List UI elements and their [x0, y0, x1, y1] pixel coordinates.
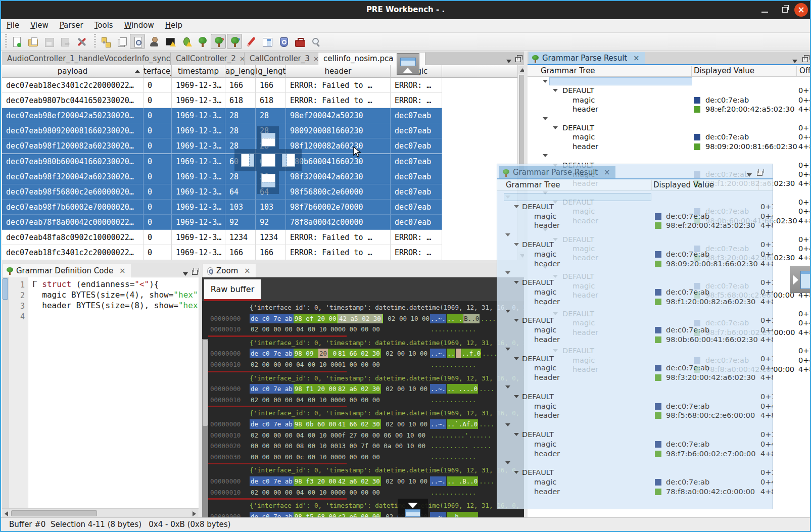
expand-arrow-icon[interactable] — [505, 461, 510, 464]
code-editor[interactable]: Γ struct (endianness="<"){ magic BYTES(s… — [28, 277, 199, 508]
expand-arrow-icon[interactable] — [505, 385, 510, 389]
expand-arrow-icon[interactable] — [553, 89, 558, 92]
close-tab-icon[interactable]: × — [119, 266, 126, 275]
tree-field-row[interactable]: magicde:c0:7e:ab0+4 — [497, 250, 773, 259]
tree-root-row[interactable] — [497, 458, 773, 468]
expand-arrow-icon[interactable] — [505, 423, 510, 426]
tab-list-dropdown[interactable] — [506, 56, 511, 65]
menu-tools[interactable]: Tools — [89, 19, 119, 31]
expand-arrow-icon[interactable] — [553, 126, 558, 129]
tree-node-row[interactable]: DEFAULT0+16 — [497, 316, 773, 325]
toolbox-button[interactable] — [292, 34, 307, 49]
hex-view[interactable]: {'interface_id': 0, 'timestamp': datetim… — [202, 301, 524, 517]
tree-field-row[interactable]: magicde:c0:7e:ab0+4 — [528, 95, 811, 105]
table-row[interactable]: dec07eab9807bc0441650230020…01969-12-3…6… — [2, 93, 442, 108]
tab-raw-buffer[interactable]: Raw buffer — [204, 279, 261, 299]
save-button[interactable] — [41, 34, 56, 49]
expand-arrow-icon[interactable] — [514, 205, 519, 208]
tab-AudioController_1_handleVocoderInfo_sync[interactable]: AudioController_1_handleVocoderInfo_sync… — [2, 53, 171, 65]
tree-node-row[interactable]: DEFAULT0+16 — [497, 240, 773, 250]
expand-arrow-icon[interactable] — [543, 154, 548, 157]
tree-node-row[interactable]: DEFAULT0+16 — [497, 278, 773, 287]
tree-root-row[interactable] — [528, 114, 811, 123]
code-left-scrollbar[interactable] — [2, 277, 9, 508]
tree-node-row[interactable]: DEFAULT0+16 — [497, 392, 773, 402]
user-button[interactable] — [146, 34, 161, 49]
table-row[interactable]: dec07eab98f1200082a60230020…01969-12-3…2… — [2, 138, 442, 154]
tree-root-row[interactable] — [497, 192, 773, 202]
column-header-header[interactable]: header — [286, 65, 391, 78]
menu-parser[interactable]: Parser — [54, 19, 89, 31]
tree-root-row[interactable] — [497, 230, 773, 240]
floating-panel-detach[interactable] — [757, 168, 762, 178]
tree-node-row[interactable]: DEFAULT0+16 — [528, 86, 811, 95]
tree-field-row[interactable]: magicde:c0:7e:ab0+4 — [497, 287, 773, 297]
tree-field-row[interactable]: header98:ef:20:00:42:a5:02:304+8 — [497, 221, 773, 230]
tree-field-row[interactable]: magicde:c0:7e:ab0+4 — [497, 363, 773, 373]
scroll-left-button[interactable] — [3, 509, 10, 517]
data-grid-button[interactable] — [259, 34, 274, 49]
menu-view[interactable]: View — [25, 19, 54, 31]
tree-node-row[interactable]: DEFAULT0+16 — [497, 468, 773, 477]
tree-node-row[interactable]: DEFAULT0+16 — [497, 430, 773, 440]
floating-tab-grammar-parse-result[interactable]: Grammar Parse Result × — [499, 166, 615, 178]
expand-arrow-icon[interactable] — [514, 395, 519, 398]
close-tab-icon[interactable]: × — [244, 266, 251, 275]
column-displayed-value[interactable]: Displayed Value — [694, 66, 754, 75]
expand-arrow-icon[interactable] — [514, 471, 519, 474]
tree-field-row[interactable]: magicde:c0:7e:ab0+4 — [528, 132, 811, 141]
minimize-button[interactable] — [758, 3, 772, 17]
table-row[interactable]: dec07eab980b600041660230020…01969-12-3…6… — [2, 154, 442, 169]
tree-root-row[interactable] — [528, 151, 811, 160]
column-header-terface_[interactable]: terface_ — [144, 65, 172, 78]
column-header-payload[interactable]: payload — [2, 65, 144, 78]
tree-field-row[interactable]: header98:f1:20:00:82:a6:02:304+8 — [497, 297, 773, 307]
table-row[interactable]: dec07eab98f3200042a60230020…01969-12-3…2… — [2, 169, 442, 184]
debug-bug-button[interactable] — [178, 34, 194, 49]
tree-field-row[interactable]: header78:f8:a0:00:42:c0:00:004+8 — [497, 487, 773, 497]
scroll-right-button[interactable] — [190, 509, 198, 517]
code-panel-detach[interactable] — [192, 267, 198, 277]
expand-arrow-icon[interactable] — [514, 433, 519, 436]
column-offset[interactable]: Offset — [799, 66, 811, 75]
tree-node-row[interactable]: DEFAULT0+16 — [497, 354, 773, 364]
grammar-tree-options-button[interactable] — [227, 34, 242, 49]
tree-structure-button[interactable] — [98, 34, 113, 49]
expand-arrow-icon[interactable] — [514, 357, 519, 360]
tree-field-row[interactable]: magicde:c0:7e:ab0+4 — [497, 477, 773, 487]
tab-CallController_3[interactable]: CallController_3× — [245, 53, 318, 65]
table-row[interactable]: dec07eab48fa8c0902c10000022…01969-12-3…1… — [2, 230, 442, 245]
close-tab-icon[interactable]: × — [240, 55, 245, 63]
tree-root-row[interactable] — [497, 307, 773, 316]
tree-node-row[interactable]: DEFAULT0+16 — [497, 202, 773, 212]
code-horizontal-scrollbar[interactable] — [2, 508, 199, 517]
tree-field-row[interactable]: header98:f7:b6:00:02:e7:00:004+8 — [497, 449, 773, 459]
tree-field-row[interactable]: header98:ef:20:00:42:a5:02:304+8 — [528, 105, 811, 114]
expand-arrow-icon[interactable] — [514, 281, 519, 284]
detach-editor-button[interactable] — [515, 55, 521, 64]
table-row[interactable]: dec07eab98f7b60002e70000020…01969-12-3…1… — [2, 200, 442, 215]
column-header-ap_lengt[interactable]: ap_lengt — [225, 65, 256, 78]
new-file-button[interactable] — [9, 34, 24, 49]
expand-arrow-icon[interactable] — [505, 348, 510, 351]
maximize-button[interactable] — [778, 3, 792, 17]
column-header-ig_lengt[interactable]: ig_lengt — [256, 65, 286, 78]
table-row[interactable]: dec07eab98ef200042a50230020…01969-12-3…2… — [2, 108, 442, 123]
close-tab-icon[interactable]: × — [313, 55, 318, 63]
tree-root-row[interactable] — [497, 345, 773, 354]
table-row[interactable]: dec07eab18fc3401c2c20000022…01969-12-3…1… — [2, 245, 442, 260]
tree-field-row[interactable]: magicde:c0:7e:ab0+4 — [497, 402, 773, 411]
menu-window[interactable]: Window — [119, 19, 160, 31]
parse-panel-detach[interactable] — [802, 55, 808, 64]
tab-zoom[interactable]: Zoom × — [203, 264, 256, 277]
terminal-warning-button[interactable] — [162, 34, 177, 49]
inspect-shield-button[interactable] — [275, 34, 291, 49]
highlight-pen-button[interactable] — [243, 34, 258, 49]
tree-field-row[interactable]: magicde:c0:7e:ab0+4 — [497, 440, 773, 449]
tree-field-row[interactable]: header98:09:20:00:81:66:02:304+8 — [497, 259, 773, 269]
column-header-timestamp[interactable]: timestamp — [172, 65, 225, 78]
preview-file-button[interactable] — [130, 34, 145, 49]
close-button[interactable]: × — [794, 3, 808, 17]
edit-grammar-tree-button[interactable] — [211, 34, 226, 49]
table-row[interactable]: dec07eab9809200081660230020…01969-12-3…2… — [2, 123, 442, 138]
